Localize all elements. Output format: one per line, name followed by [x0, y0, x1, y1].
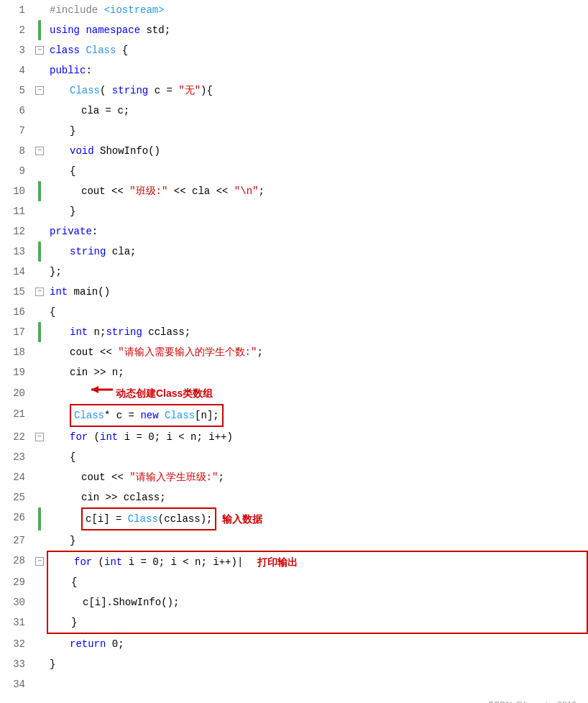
code-content: cout << "请输入需要输入的学生个数:";: [47, 342, 588, 362]
table-row: 18cout << "请输入需要输入的学生个数:";: [0, 342, 588, 362]
line-number: 20: [0, 383, 32, 403]
collapse-icon[interactable]: −: [35, 433, 44, 441]
code-content: {: [47, 572, 588, 592]
table-row: 8−void ShowInfo(): [0, 141, 588, 161]
code-content: Class( string c = "无"){: [47, 81, 588, 101]
code-content: }: [47, 612, 588, 634]
line-number: 25: [0, 487, 32, 507]
code-content: };: [47, 262, 588, 282]
table-row: 27}: [0, 530, 588, 551]
collapse-icon[interactable]: −: [35, 147, 44, 155]
collapse-icon[interactable]: −: [35, 288, 44, 296]
highlighted-code-box-26: c[i] = Class(cclass);: [81, 507, 216, 530]
code-content: class Class {: [47, 40, 588, 60]
table-row: 15−int main(): [0, 282, 588, 302]
table-row: 12private:: [0, 221, 588, 242]
line-number: 31: [0, 612, 32, 634]
code-content: void ShowInfo(): [47, 141, 588, 161]
code-content: return 0;: [47, 634, 588, 654]
line-number: 10: [0, 181, 32, 201]
code-content: #include <iostream>: [47, 0, 588, 20]
code-content: cin >> n;: [47, 362, 588, 382]
table-row: 24cout << "请输入学生班级:";: [0, 467, 588, 487]
line-number: 2: [0, 20, 32, 40]
table-row: 14};: [0, 262, 588, 282]
table-row: 19cin >> n;: [0, 362, 588, 382]
line-number: 21: [0, 404, 32, 427]
highlighted-code-box: Class* c = new Class[n];: [70, 404, 224, 427]
footer-attribution: CSDN @liyongjun6316: [0, 697, 588, 703]
table-row: 2using namespace std;: [0, 20, 588, 40]
code-content: int n;string cclass;: [47, 322, 588, 342]
code-content: {: [47, 161, 588, 181]
line-number: 26: [0, 507, 32, 530]
table-row: 34: [0, 674, 588, 694]
code-content: cout << "班级:" << cla << "\n";: [47, 181, 588, 201]
code-content: using namespace std;: [47, 20, 588, 40]
code-content: {: [47, 447, 588, 467]
table-row: 25cin >> cclass;: [0, 487, 588, 507]
table-row: 31}: [0, 612, 588, 634]
code-content: }: [47, 121, 588, 141]
highlighted-code-box-28: for (int i = 0; i < n; i++)|: [71, 552, 246, 572]
collapse-icon[interactable]: −: [35, 557, 44, 566]
code-editor: 1#include <iostream>2using namespace std…: [0, 0, 588, 703]
code-content: c[i] = Class(cclass);输入数据: [47, 507, 588, 530]
arrow-icon: [81, 382, 113, 404]
table-row: 1#include <iostream>: [0, 0, 588, 20]
line-number: 13: [0, 242, 32, 262]
line-number: 32: [0, 634, 32, 654]
svg-marker-1: [91, 386, 98, 393]
table-row: 32return 0;: [0, 634, 588, 654]
table-row: 33}: [0, 654, 588, 674]
table-row: 29{: [0, 572, 588, 592]
collapse-icon[interactable]: −: [35, 46, 44, 55]
line-number: 3: [0, 40, 32, 60]
line-number: 27: [0, 530, 32, 551]
code-content: private:: [47, 221, 588, 242]
code-content: [47, 674, 588, 694]
code-content: string cla;: [47, 242, 588, 262]
table-row: 6cla = c;: [0, 101, 588, 121]
code-content: public:: [47, 60, 588, 81]
code-content: 动态创建Class类数组: [47, 382, 588, 404]
table-row: 21Class* c = new Class[n];: [0, 404, 588, 427]
table-row: 16{: [0, 302, 588, 322]
table-row: 23{: [0, 447, 588, 467]
table-row: 30c[i].ShowInfo();: [0, 592, 588, 612]
table-row: 22−for (int i = 0; i < n; i++): [0, 427, 588, 447]
line-number: 1: [0, 0, 32, 20]
line-number: 24: [0, 467, 32, 487]
line-number: 7: [0, 121, 32, 141]
line-number: 12: [0, 221, 32, 242]
table-row: 3−class Class {: [0, 40, 588, 60]
line-number: 14: [0, 262, 32, 282]
line-number: 29: [0, 572, 32, 592]
table-row: 26c[i] = Class(cclass);输入数据: [0, 507, 588, 530]
table-row: 17int n;string cclass;: [0, 322, 588, 342]
line-number: 30: [0, 592, 32, 612]
annotation-text-28: 打印输出: [257, 552, 298, 572]
table-row: 11}: [0, 201, 588, 221]
code-content: }: [47, 201, 588, 221]
line-number: 9: [0, 161, 32, 181]
code-content: cin >> cclass;: [47, 487, 588, 507]
line-number: 5: [0, 81, 32, 101]
collapse-icon[interactable]: −: [35, 86, 44, 95]
table-row: 28−for (int i = 0; i < n; i++)|打印输出: [0, 551, 588, 572]
line-number: 23: [0, 447, 32, 467]
table-row: 9{: [0, 161, 588, 181]
table-row: 10cout << "班级:" << cla << "\n";: [0, 181, 588, 201]
line-number: 8: [0, 141, 32, 161]
code-content: cout << "请输入学生班级:";: [47, 467, 588, 487]
annotation-text-26: 输入数据: [222, 509, 262, 529]
table-row: 20动态创建Class类数组: [0, 382, 588, 404]
line-number: 19: [0, 362, 32, 382]
line-number: 28: [0, 551, 32, 572]
code-content: cla = c;: [47, 101, 588, 121]
code-content: }: [47, 654, 588, 674]
code-content: c[i].ShowInfo();: [47, 592, 588, 612]
line-number: 16: [0, 302, 32, 322]
line-number: 22: [0, 427, 32, 447]
code-content: }: [47, 530, 588, 551]
